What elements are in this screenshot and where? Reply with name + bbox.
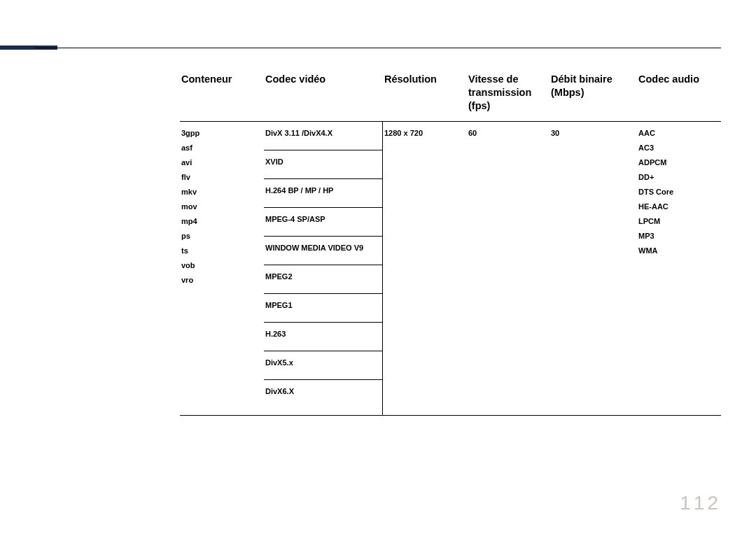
header-bitrate: Débit binaire (Mbps) [550,70,637,121]
video-codec-item: DivX5.x [264,351,382,380]
audio-codec-item: LPCM [638,214,720,229]
audio-codec-item: AC3 [638,141,720,155]
video-codec-item: MPEG1 [264,294,382,323]
container-item: 3gpp [181,126,262,141]
container-item: vob [181,258,262,273]
header-resolution: Résolution [383,70,467,121]
container-item: flv [181,170,262,185]
header-audio-codec: Codec audio [637,70,721,121]
audio-codec-item: HE-AAC [638,199,720,214]
container-item: vro [181,273,262,288]
video-codec-item: H.264 BP / MP / HP [264,179,382,208]
video-codec-item: H.263 [264,323,382,351]
table-header-row: Conteneur Codec vidéo Résolution Vitesse… [180,70,721,121]
container-item: ps [181,229,262,244]
container-item: asf [181,141,262,155]
header-fps: Vitesse de transmission (fps) [467,70,550,121]
cell-video-codecs: DivX 3.11 /DivX4.X XVID H.264 BP / MP / … [264,121,383,415]
header-video-codec: Codec vidéo [264,70,383,121]
audio-codec-item: AAC [638,126,720,141]
cell-resolution: 1280 x 720 [383,121,467,415]
video-codec-item: MPEG2 [264,265,382,294]
audio-codec-item: MP3 [638,229,720,244]
audio-codec-item: WMA [638,244,720,258]
video-codec-item: DivX 3.11 /DivX4.X [264,122,382,150]
page-number: 112 [680,492,721,514]
audio-codec-item: DD+ [638,170,720,185]
container-item: avi [181,155,262,170]
video-codec-item: WINDOW MEDIA VIDEO V9 [264,237,382,265]
table-body-row: 3gpp asf avi flv mkv mov mp4 ps ts vob v… [180,121,721,415]
codec-spec-table: Conteneur Codec vidéo Résolution Vitesse… [180,70,721,416]
top-horizontal-rule [35,48,721,48]
video-codec-item: MPEG-4 SP/ASP [264,208,382,237]
cell-audio-codecs: AAC AC3 ADPCM DD+ DTS Core HE-AAC LPCM M… [637,121,721,415]
video-codec-item: XVID [264,150,382,179]
header-container: Conteneur [180,70,264,121]
cell-fps: 60 [467,121,550,415]
video-codec-item: DivX6.X [264,380,382,415]
cell-bitrate: 30 [550,121,637,415]
container-item: mkv [181,185,262,199]
container-item: mov [181,199,262,214]
cell-containers: 3gpp asf avi flv mkv mov mp4 ps ts vob v… [180,121,264,415]
audio-codec-item: ADPCM [638,155,720,170]
audio-codec-item: DTS Core [638,185,720,199]
content-area: Conteneur Codec vidéo Résolution Vitesse… [180,70,721,416]
container-item: ts [181,244,262,258]
container-item: mp4 [181,214,262,229]
